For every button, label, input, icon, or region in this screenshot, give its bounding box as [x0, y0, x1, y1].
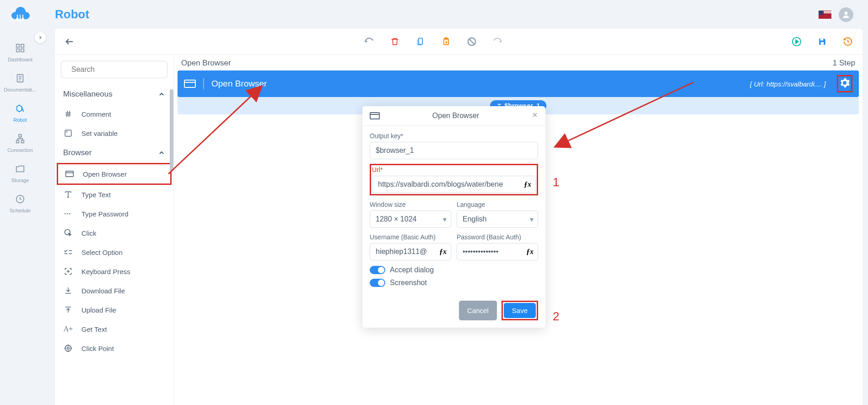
click-icon	[63, 228, 73, 238]
select-icon	[63, 247, 73, 257]
nav-connection[interactable]: Connection	[0, 128, 40, 158]
window-size-select[interactable]	[370, 211, 451, 228]
action-open-browser[interactable]: Open Browser	[57, 163, 172, 185]
svg-line-33	[67, 111, 68, 117]
user-avatar[interactable]	[839, 7, 853, 22]
screenshot-toggle[interactable]	[370, 279, 385, 287]
nav-label: Storage	[11, 178, 29, 183]
accept-dialog-toggle[interactable]	[370, 266, 385, 274]
copy-button[interactable]	[415, 36, 426, 47]
open-browser-dialog: Open Browser Output key* Url* ƒx Window …	[362, 106, 545, 328]
annotation-1: 1	[553, 175, 559, 189]
redo-button[interactable]	[492, 36, 503, 47]
browser-icon	[370, 112, 380, 119]
toolbar	[55, 29, 863, 55]
fx-icon[interactable]: ƒx	[439, 248, 447, 256]
svg-rect-37	[66, 171, 74, 177]
upload-icon	[63, 305, 73, 315]
action-click-point[interactable]: Click Point	[57, 339, 172, 358]
language-select[interactable]	[457, 211, 538, 228]
gear-icon[interactable]	[839, 77, 850, 88]
screenshot-label: Screenshot	[390, 279, 427, 287]
url-input[interactable]	[372, 176, 536, 193]
fx-icon[interactable]: ƒx	[526, 248, 534, 256]
search-input[interactable]	[71, 65, 163, 74]
svg-rect-20	[418, 38, 422, 44]
svg-rect-9	[21, 49, 24, 52]
nav-schedule[interactable]: Schedule	[0, 189, 40, 219]
svg-rect-6	[16, 44, 19, 47]
nav-storage[interactable]: Storage	[0, 158, 40, 189]
save-button[interactable]	[817, 36, 828, 47]
svg-point-39	[65, 213, 66, 215]
window-size-label: Window size	[370, 201, 451, 208]
actions-panel: Miscellaneous Comment Set variable Brows…	[55, 55, 174, 405]
group-browser-header[interactable]: Browser	[57, 143, 172, 163]
chevron-up-icon	[158, 91, 165, 98]
workflow-step-open-browser[interactable]: Open Browser [ Url: https://svalbardi...…	[178, 70, 859, 97]
delete-button[interactable]	[389, 36, 400, 47]
group-misc-header[interactable]: Miscellaneous	[57, 84, 172, 104]
action-download-file[interactable]: Download File	[57, 281, 172, 300]
annotation-2: 2	[553, 309, 559, 324]
nav-label: Connection	[7, 147, 33, 153]
language-label: Language	[457, 201, 538, 208]
svg-rect-15	[16, 140, 19, 143]
paste-button[interactable]	[441, 36, 452, 47]
svg-rect-16	[22, 140, 24, 143]
close-button[interactable]	[532, 112, 538, 120]
svg-rect-8	[16, 49, 19, 52]
step-count: 1 Step	[833, 59, 855, 68]
run-button[interactable]	[791, 36, 802, 47]
svg-point-5	[22, 18, 24, 20]
scrollbar[interactable]	[170, 89, 173, 172]
nav-label: Dashboard	[8, 57, 32, 62]
svg-point-41	[69, 213, 70, 215]
svg-point-36	[66, 131, 67, 132]
svg-point-40	[67, 213, 68, 215]
svg-point-4	[19, 19, 21, 21]
action-get-text[interactable]: A+Get Text	[57, 319, 172, 339]
back-button[interactable]	[64, 36, 75, 47]
save-button[interactable]: Save	[504, 303, 536, 318]
nav-robot[interactable]: Robot	[0, 98, 40, 128]
action-type-password[interactable]: Type Password	[57, 204, 172, 223]
fx-icon[interactable]: ƒx	[524, 180, 531, 189]
dialog-title: Open Browser	[386, 112, 525, 120]
history-button[interactable]	[842, 36, 853, 47]
chevron-up-icon	[158, 149, 165, 157]
keyboard-icon	[63, 266, 73, 276]
svg-rect-27	[820, 38, 824, 40]
hash-icon	[63, 109, 73, 119]
svg-line-24	[469, 39, 474, 44]
nav-dashboard[interactable]: Dashboard	[0, 38, 40, 68]
action-upload-file[interactable]: Upload File	[57, 300, 172, 319]
disable-button[interactable]	[466, 36, 477, 47]
nav-label: Robot	[13, 117, 27, 123]
password-icon	[63, 209, 73, 219]
language-flag-us[interactable]	[819, 11, 831, 19]
url-label: Url*	[372, 166, 536, 173]
page-header: Robot	[40, 0, 868, 29]
output-key-input[interactable]	[370, 142, 538, 159]
page-title: Robot	[55, 7, 89, 22]
text-icon	[63, 189, 73, 200]
nav-documentation[interactable]: Documentati...	[0, 68, 40, 98]
action-select-option[interactable]: Select Option	[57, 243, 172, 262]
accept-dialog-label: Accept dialog	[390, 266, 434, 274]
action-keyboard-press[interactable]: Keyboard Press	[57, 262, 172, 281]
canvas-breadcrumb: Open Browser	[181, 59, 231, 68]
svg-rect-14	[19, 135, 22, 137]
undo-button[interactable]	[364, 36, 375, 47]
svg-marker-26	[796, 40, 798, 43]
action-set-variable[interactable]: Set variable	[57, 124, 172, 143]
action-click[interactable]: Click	[57, 223, 172, 243]
gettext-icon: A+	[63, 324, 73, 334]
cancel-button[interactable]: Cancel	[459, 301, 497, 320]
svg-point-46	[65, 345, 71, 351]
action-comment[interactable]: Comment	[57, 104, 172, 124]
sidebar-expand-button[interactable]	[35, 32, 46, 43]
target-icon	[63, 343, 73, 353]
username-label: Username (Basic Auth)	[370, 233, 451, 241]
action-type-text[interactable]: Type Text	[57, 185, 172, 204]
